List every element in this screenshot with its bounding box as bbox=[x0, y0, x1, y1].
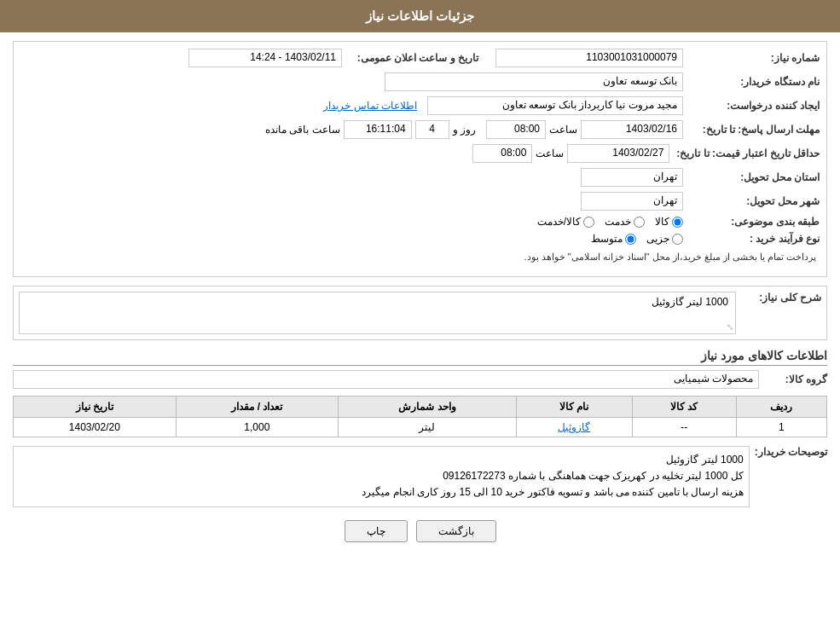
mohlat-label: مهلت ارسال پاسخ: تا تاریخ: bbox=[683, 124, 820, 136]
group-kala-row: گروه کالا: محصولات شیمیایی bbox=[13, 370, 827, 389]
col-namKala: نام کالا bbox=[516, 396, 632, 418]
desc-line: کل 1000 لیتر تخلیه در کهریزک جهت هماهنگی… bbox=[19, 468, 744, 484]
col-vahed: واحد شمارش bbox=[339, 396, 517, 418]
row-noeFarayand: نوع فرآیند خرید : جزیی متوسط bbox=[20, 233, 820, 245]
cell-radif: 1 bbox=[736, 418, 826, 437]
row-shahr: شهر محل تحویل: تهران bbox=[20, 192, 820, 211]
page-container: جزئیات اطلاعات نیاز شماره نیاز: 11030010… bbox=[0, 0, 840, 625]
cell-tedad: 1,000 bbox=[176, 418, 338, 437]
mohlat-remaining-label: ساعت باقی مانده bbox=[262, 122, 344, 137]
row-hadaqal: حداقل تاریخ اعتبار قیمت: تا تاریخ: 1403/… bbox=[20, 144, 820, 163]
col-tarikh: تاریخ نیاز bbox=[14, 396, 177, 418]
noeFarayand-options: جزیی متوسط bbox=[591, 233, 683, 245]
sharh-label: شرح کلی نیاز: bbox=[736, 292, 821, 304]
radio-kala[interactable]: کالا bbox=[655, 216, 683, 228]
page-title: جزئیات اطلاعات نیاز bbox=[366, 9, 474, 23]
radio-kala-input[interactable] bbox=[672, 217, 683, 228]
shomareNiaz-label: شماره نیاز: bbox=[683, 52, 820, 64]
desc-section: توصیحات خریدار: 1000 لیتر گازوئیلکل 1000… bbox=[13, 446, 827, 507]
sharh-section: شرح کلی نیاز: 1000 لیتر گازوئیل ⤡ bbox=[13, 286, 827, 340]
motevaset-label: متوسط bbox=[591, 233, 623, 245]
row-namdastgah: نام دستگاه خریدار: بانک توسعه تعاون bbox=[20, 72, 820, 91]
shomareNiaz-value: 1103001031000079 bbox=[495, 49, 683, 67]
button-row: بازگشت چاپ bbox=[13, 520, 827, 542]
namdastgah-value: بانک توسعه تعاون bbox=[385, 72, 683, 91]
col-tedad: تعداد / مقدار bbox=[176, 396, 338, 418]
mohlat-remaining: 16:11:04 bbox=[344, 120, 412, 139]
col-radif: ردیف bbox=[736, 396, 826, 418]
mohlat-time-label: ساعت bbox=[546, 122, 581, 137]
mohlat-rooz: 4 bbox=[415, 120, 449, 139]
cell-kodKala: -- bbox=[632, 418, 736, 437]
desc-line: هزینه ارسال با تامین کننده می باشد و تسو… bbox=[19, 484, 744, 501]
namdastgah-label: نام دستگاه خریدار: bbox=[683, 76, 820, 88]
ostan-label: استان محل تحویل: bbox=[683, 171, 820, 183]
shahr-label: شهر محل تحویل: bbox=[683, 195, 820, 207]
radio-jozii-input[interactable] bbox=[672, 234, 683, 245]
mohlat-rooz-label: روز و bbox=[449, 122, 479, 137]
cell-namKala[interactable]: گازوئیل bbox=[516, 418, 632, 437]
items-table: ردیف کد کالا نام کالا واحد شمارش تعداد /… bbox=[13, 396, 827, 437]
row-note: پرداخت تمام یا بخشی از مبلغ خرید،از محل … bbox=[20, 250, 820, 264]
content-area: شماره نیاز: 1103001031000079 تاریخ و ساع… bbox=[0, 32, 840, 559]
group-kala-label: گروه کالا: bbox=[759, 373, 827, 385]
radio-kala-khedmat-input[interactable] bbox=[583, 217, 594, 228]
kala-section-title: اطلاعات کالاهای مورد نیاز bbox=[13, 349, 827, 366]
hadaqal-time-label: ساعت bbox=[532, 146, 567, 161]
row-ostan: استان محل تحویل: تهران bbox=[20, 168, 820, 187]
radio-motevaset-input[interactable] bbox=[625, 234, 636, 245]
ijad-value: مجید مروت نیا کاربرداز بانک توسعه تعاون bbox=[427, 96, 683, 115]
col-kodKala: کد کالا bbox=[632, 396, 736, 418]
radio-khedmat[interactable]: خدمت bbox=[605, 216, 645, 228]
radio-jozii[interactable]: جزیی bbox=[646, 233, 683, 245]
group-kala-value: محصولات شیمیایی bbox=[13, 370, 759, 389]
note-text: پرداخت تمام یا بخشی از مبلغ خرید،از محل … bbox=[520, 250, 820, 264]
row-mohlat: مهلت ارسال پاسخ: تا تاریخ: 1403/02/16 سا… bbox=[20, 120, 820, 139]
page-header: جزئیات اطلاعات نیاز bbox=[0, 0, 840, 32]
tarifbandi-label: طبقه بندی موضوعی: bbox=[683, 216, 820, 228]
row-tarifbandi: طبقه بندی موضوعی: کالا خدمت کالا/خدمت bbox=[20, 216, 820, 228]
desc-label: توصیحات خریدار: bbox=[750, 446, 827, 458]
sharh-value: 1000 لیتر گازوئیل ⤡ bbox=[19, 292, 736, 334]
shahr-value: تهران bbox=[581, 192, 683, 211]
tarifbandi-options: کالا خدمت کالا/خدمت bbox=[537, 216, 683, 228]
resize-icon: ⤡ bbox=[727, 322, 733, 332]
ostan-value: تهران bbox=[581, 168, 683, 187]
noeFarayand-label: نوع فرآیند خرید : bbox=[683, 233, 820, 245]
hadaqal-time: 08:00 bbox=[472, 144, 532, 163]
table-row: 1 -- گازوئیل لیتر 1,000 1403/02/20 bbox=[14, 418, 827, 437]
table-header-row: ردیف کد کالا نام کالا واحد شمارش تعداد /… bbox=[14, 396, 827, 418]
row-shomara: شماره نیاز: 1103001031000079 تاریخ و ساع… bbox=[20, 49, 820, 67]
radio-khedmat-input[interactable] bbox=[634, 217, 645, 228]
print-button[interactable]: چاپ bbox=[345, 520, 408, 542]
tarikh-elaan-value: 1403/02/11 - 14:24 bbox=[188, 49, 342, 67]
hadaqal-label: حداقل تاریخ اعتبار قیمت: تا تاریخ: bbox=[669, 148, 820, 159]
ijad-label: ایجاد کننده درخواست: bbox=[683, 100, 820, 112]
row-ijad: ایجاد کننده درخواست: مجید مروت نیا کاربر… bbox=[20, 96, 820, 115]
mohlat-date: 1403/02/16 bbox=[581, 120, 683, 139]
jozii-label: جزیی bbox=[646, 233, 669, 245]
hadaqal-date: 1403/02/27 bbox=[567, 144, 669, 163]
mohlat-time: 08:00 bbox=[486, 120, 546, 139]
back-button[interactable]: بازگشت bbox=[416, 520, 496, 542]
desc-box: 1000 لیتر گازوئیلکل 1000 لیتر تخلیه در ک… bbox=[13, 446, 750, 507]
cell-vahed: لیتر bbox=[339, 418, 517, 437]
info-section: شماره نیاز: 1103001031000079 تاریخ و ساع… bbox=[13, 41, 827, 277]
radio-kala-khedmat[interactable]: کالا/خدمت bbox=[537, 216, 594, 228]
kala-khedmat-label: کالا/خدمت bbox=[537, 216, 581, 228]
radio-motevaset[interactable]: متوسط bbox=[591, 233, 636, 245]
kala-label: کالا bbox=[655, 216, 669, 228]
tarikh-elaan-label: تاریخ و ساعت اعلان عمومی: bbox=[342, 52, 478, 64]
desc-line: 1000 لیتر گازوئیل bbox=[19, 452, 744, 468]
cell-tarikh: 1403/02/20 bbox=[14, 418, 177, 437]
ittilaat-link[interactable]: اطلاعات تماس خریدار bbox=[323, 100, 417, 112]
khedmat-label: خدمت bbox=[605, 216, 631, 228]
